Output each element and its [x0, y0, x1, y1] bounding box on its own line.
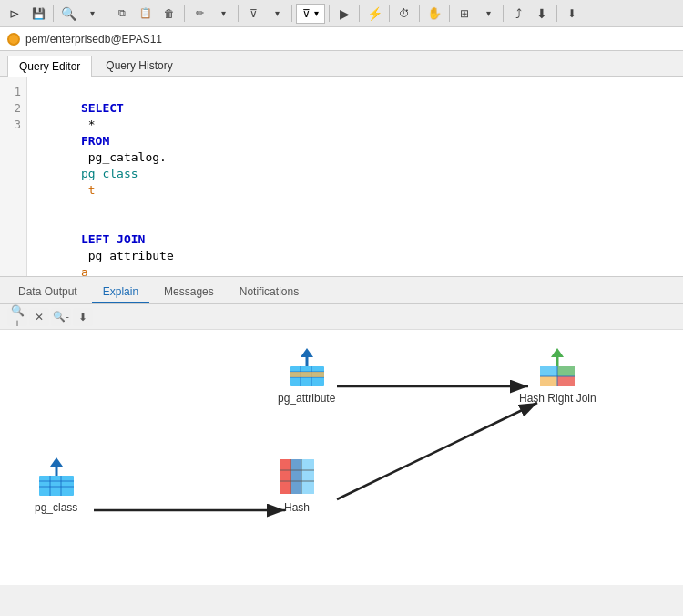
svg-marker-1 [301, 348, 313, 357]
svg-marker-9 [551, 348, 564, 357]
node-pg-class: pg_class [35, 457, 77, 514]
code-text-2: pg_catalog. [81, 150, 167, 164]
pg-class-label: pg_class [35, 501, 77, 514]
separator-8 [389, 5, 390, 22]
separator-3 [184, 5, 185, 22]
code-pg_class-ref: pg_class [81, 167, 138, 180]
node-pg-attribute: pg_attribute [278, 348, 335, 405]
svg-rect-27 [291, 459, 301, 494]
run-button[interactable]: ▶ [333, 4, 355, 24]
explain-toolbar: 🔍+ ✕ 🔍- ⬇ [0, 304, 683, 330]
find-button[interactable]: 🔍 [57, 4, 79, 24]
tab-explain[interactable]: Explain [92, 282, 149, 303]
arrow-hash-to-hrj [337, 403, 537, 499]
code-text-4: pg_attribute [81, 249, 181, 262]
connection-bar: pem/enterprisedb@EPAS11 [0, 27, 683, 51]
table-dropdown[interactable]: ▾ [477, 4, 499, 24]
code-text-3: t [81, 183, 96, 197]
limit-chevron: ▾ [314, 8, 319, 18]
reset-btn[interactable]: ✕ [29, 308, 49, 326]
tab-notifications[interactable]: Notifications [229, 282, 310, 303]
line-num-1: 1 [5, 84, 21, 100]
svg-rect-8 [290, 372, 324, 377]
line-num-2: 2 [5, 100, 21, 117]
editor-tab-bar: Query Editor Query History [0, 51, 683, 77]
line-num-3: 3 [5, 117, 21, 133]
separator-9 [419, 5, 420, 22]
code-area[interactable]: SELECT * FROM pg_catalog. pg_class t LEF… [27, 77, 683, 276]
svg-rect-14 [557, 366, 575, 376]
connection-text: pem/enterprisedb@EPAS11 [25, 33, 162, 46]
svg-rect-13 [557, 376, 575, 386]
zoom-out-btn[interactable]: 🔍- [51, 308, 71, 326]
delete-button[interactable]: 🗑 [158, 4, 180, 24]
pg-class-icon [37, 457, 76, 496]
code-text-1: * [81, 118, 102, 131]
edit-button[interactable]: ✏ [189, 4, 210, 24]
timer-button[interactable]: ⏱ [393, 4, 415, 24]
pg-attribute-label: pg_attribute [278, 392, 335, 405]
kw-from: FROM [81, 134, 109, 148]
paste-button[interactable]: 📋 [135, 4, 157, 24]
table-button[interactable]: ⊞ [454, 4, 475, 24]
edit-dropdown[interactable]: ▾ [212, 4, 234, 24]
lightning-button[interactable]: ⚡ [363, 4, 385, 24]
code-alias-a: a [81, 265, 88, 277]
hand-button[interactable]: ✋ [423, 4, 445, 24]
tab-query-editor[interactable]: Query Editor [7, 56, 92, 77]
save-explain-btn[interactable]: ⬇ [73, 308, 93, 326]
hash-right-join-label: Hash Right Join [519, 392, 596, 405]
svg-rect-26 [280, 459, 291, 494]
node-hash: Hash [278, 457, 316, 514]
separator-12 [556, 5, 557, 22]
filter-button[interactable]: ⊽ [242, 4, 264, 24]
save-button[interactable]: 💾 [27, 4, 49, 24]
more-button[interactable]: ⬇ [561, 4, 583, 24]
query-editor[interactable]: 1 2 3 SELECT * FROM pg_catalog. pg_class… [0, 77, 683, 277]
kw-select: SELECT [81, 101, 124, 115]
separator-11 [503, 5, 504, 22]
download-button[interactable]: ⬇ [531, 4, 553, 24]
svg-rect-12 [540, 366, 557, 376]
separator-1 [53, 5, 54, 22]
hash-icon [278, 457, 316, 496]
separator-6 [329, 5, 330, 22]
explain-diagram-area: pg_attribute Hash Right Join [0, 330, 683, 585]
tab-messages[interactable]: Messages [153, 282, 225, 303]
zoom-in-btn[interactable]: 🔍+ [7, 308, 27, 326]
main-toolbar: ⊳ 💾 🔍 ▾ ⧉ 📋 🗑 ✏ ▾ ⊽ ▾ ⊽ ▾ ▶ ⚡ ⏱ ✋ ⊞ ▾ ⤴ … [0, 0, 683, 27]
open-button[interactable]: ⊳ [4, 4, 25, 24]
filter-dropdown[interactable]: ▾ [266, 4, 288, 24]
pg-attribute-icon [288, 348, 326, 386]
tab-data-output[interactable]: Data Output [7, 282, 88, 303]
code-line-2: LEFT JOIN pg_attribute a ON (t. oid = a.… [38, 215, 672, 277]
kw-left-join: LEFT JOIN [81, 232, 145, 246]
bottom-tab-bar: Data Output Explain Messages Notificatio… [0, 277, 683, 304]
find-dropdown[interactable]: ▾ [81, 4, 103, 24]
hash-label: Hash [284, 501, 310, 514]
separator-2 [107, 5, 107, 22]
connection-status-dot [7, 33, 20, 46]
limit-label: ⊽ [302, 7, 311, 20]
copy-button[interactable]: ⧉ [111, 4, 133, 24]
svg-rect-20 [39, 476, 74, 496]
line-numbers: 1 2 3 [0, 77, 27, 276]
hash-right-join-icon [538, 348, 576, 386]
separator-10 [449, 5, 450, 22]
code-line-1: SELECT * FROM pg_catalog. pg_class t [38, 84, 672, 215]
svg-rect-28 [301, 459, 314, 494]
limit-dropdown[interactable]: ⊽ ▾ [296, 4, 325, 24]
svg-marker-18 [50, 457, 63, 467]
tab-query-history[interactable]: Query History [94, 55, 184, 76]
separator-7 [359, 5, 360, 22]
separator-5 [291, 5, 292, 22]
separator-4 [238, 5, 239, 22]
svg-rect-15 [540, 376, 557, 386]
node-hash-right-join: Hash Right Join [519, 348, 596, 405]
export-button[interactable]: ⤴ [507, 4, 529, 24]
